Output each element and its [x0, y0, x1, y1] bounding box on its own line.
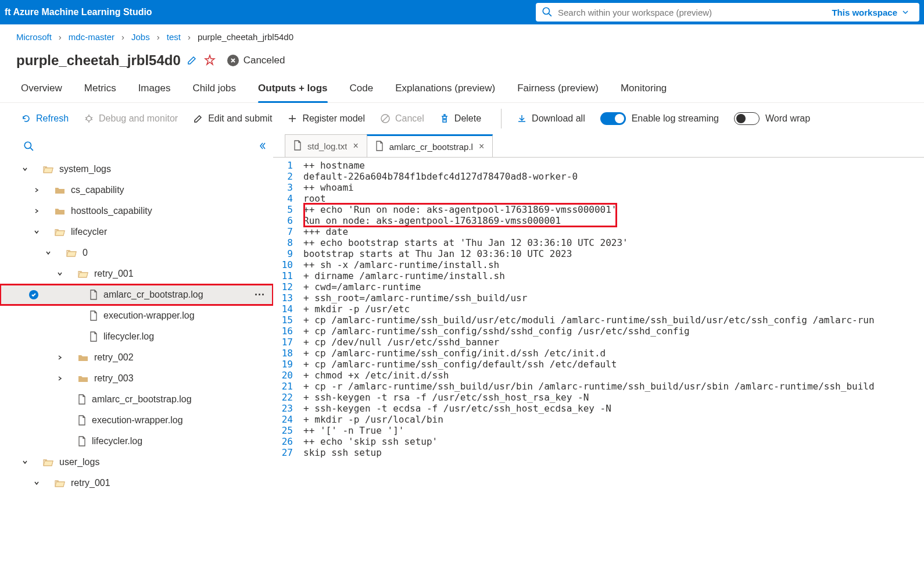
editor-tab[interactable]: std_log.txt× — [285, 134, 367, 157]
edit-submit-button[interactable]: Edit and submit — [193, 113, 272, 124]
line-number: 15 — [273, 315, 303, 326]
tab-fairness-preview-[interactable]: Fairness (preview) — [517, 79, 599, 102]
tree-folder-system-logs[interactable]: system_logs — [0, 159, 273, 180]
tree-folder-0[interactable]: 0 — [0, 242, 273, 263]
tree-item-label: amlarc_cr_bootstrap.log — [103, 290, 203, 300]
chevron-down-icon — [33, 228, 41, 235]
register-model-button[interactable]: Register model — [287, 113, 365, 124]
chevron-down-icon — [56, 270, 64, 277]
global-search[interactable]: This workspace — [536, 3, 919, 22]
tree-item-label: cs_capability — [71, 185, 124, 195]
tab-monitoring[interactable]: Monitoring — [621, 79, 667, 102]
editor-tab-label: std_log.txt — [307, 141, 347, 151]
toolbar: Refresh Debug and monitor Edit and submi… — [0, 103, 924, 134]
favorite-star-icon[interactable] — [204, 54, 216, 66]
search-input[interactable] — [558, 8, 821, 17]
search-icon — [542, 6, 552, 19]
tab-child-jobs[interactable]: Child jobs — [192, 79, 236, 102]
search-scope-dropdown[interactable]: This workspace — [827, 8, 914, 17]
tab-explanations-preview-[interactable]: Explanations (preview) — [395, 79, 495, 102]
editor-tab-label: amlarc_cr_bootstrap.l — [389, 142, 473, 152]
editor-tab[interactable]: amlarc_cr_bootstrap.l× — [367, 134, 493, 157]
edit-title-icon[interactable] — [187, 54, 198, 66]
tree-item-label: lifecycler — [71, 227, 107, 237]
tree-item-label: lifecycler.log — [92, 436, 142, 446]
tree-file-execution-wrapper[interactable]: execution-wrapper.log — [0, 305, 273, 326]
tab-outputs-logs[interactable]: Outputs + logs — [258, 79, 327, 102]
toolbar-separator — [501, 109, 502, 128]
tree-folder-user-logs[interactable]: user_logs — [0, 452, 273, 473]
line-number: 19 — [273, 359, 303, 370]
tree-folder-lifecycler[interactable]: lifecycler — [0, 221, 273, 242]
close-tab-icon[interactable]: × — [479, 141, 484, 152]
code-text: + cp -r /amlarc-runtime/ssh_build/usr/bi… — [303, 381, 924, 392]
tree-folder-retry-003[interactable]: retry_003 — [0, 368, 273, 389]
code-line: 6Run on node: aks-agentpool-17631869-vms… — [273, 215, 924, 226]
line-number: 24 — [273, 414, 303, 425]
code-text: ++ hostname — [303, 160, 924, 171]
collapse-pane-icon[interactable] — [258, 141, 267, 151]
tab-metrics[interactable]: Metrics — [84, 79, 116, 102]
chevron-down-icon — [21, 166, 29, 173]
delete-button[interactable]: Delete — [439, 113, 481, 124]
code-text: ++ sh -x /amlarc-runtime/install.sh — [303, 259, 924, 270]
word-wrap-toggle[interactable] — [734, 112, 760, 125]
tree-file-lifecycler-log-2[interactable]: lifecycler.log — [0, 431, 273, 452]
code-line: 22+ ssh-keygen -t rsa -f /usr/etc/ssh_ho… — [273, 392, 924, 403]
tab-code[interactable]: Code — [350, 79, 374, 102]
close-tab-icon[interactable]: × — [353, 141, 358, 151]
code-line: 20+ chmod +x /etc/init.d/ssh — [273, 370, 924, 381]
code-text: +++ date — [303, 226, 924, 237]
download-all-button[interactable]: Download all — [517, 113, 585, 124]
tree-search-icon[interactable] — [23, 141, 34, 151]
tab-overview[interactable]: Overview — [21, 79, 62, 102]
cancel-button: Cancel — [380, 113, 424, 124]
folder-open-icon — [66, 249, 77, 257]
file-icon — [78, 394, 86, 405]
line-number: 21 — [273, 381, 303, 392]
code-viewer[interactable]: 1++ hostname2default-226a604b784f1bdefc4… — [273, 158, 924, 458]
code-line: 8++ echo bootstrap starts at 'Thu Jan 12… — [273, 237, 924, 248]
refresh-button[interactable]: Refresh — [21, 113, 69, 124]
tree-item-label: retry_001 — [94, 269, 134, 279]
line-number: 27 — [273, 447, 303, 458]
breadcrumb-link[interactable]: mdc-master — [69, 32, 114, 42]
tab-images[interactable]: Images — [138, 79, 171, 102]
tree-folder-user-retry-001[interactable]: retry_001 — [0, 473, 273, 494]
more-menu-icon[interactable]: ··· — [255, 289, 265, 301]
tree-item-label: execution-wrapper.log — [92, 415, 183, 426]
folder-open-icon — [55, 228, 65, 236]
svg-point-2 — [87, 116, 91, 121]
tree-folder-hosttools-capability[interactable]: hosttools_capability — [0, 201, 273, 221]
tree-file-execution-wrapper-2[interactable]: execution-wrapper.log — [0, 410, 273, 431]
tree-item-label: retry_002 — [94, 352, 134, 363]
code-line: 23+ ssh-keygen -t ecdsa -f /usr/etc/ssh_… — [273, 403, 924, 414]
tree-file-amlarc-bootstrap[interactable]: amlarc_cr_bootstrap.log··· — [0, 284, 273, 305]
svg-line-8 — [91, 119, 92, 120]
tree-item-label: user_logs — [59, 457, 99, 467]
code-text: root — [303, 193, 924, 204]
code-line: 7+++ date — [273, 226, 924, 237]
line-number: 10 — [273, 259, 303, 270]
tree-folder-retry-002[interactable]: retry_002 — [0, 347, 273, 368]
tree-folder-retry-001[interactable]: retry_001 — [0, 263, 273, 284]
breadcrumb-link[interactable]: Jobs — [131, 32, 150, 42]
code-text: + ssh-keygen -t ecdsa -f /usr/etc/ssh_ho… — [303, 403, 924, 414]
chevron-right-icon — [33, 208, 41, 215]
code-line: 9bootstrap starts at Thu Jan 12 03:36:10… — [273, 248, 924, 259]
breadcrumb-current: purple_cheetah_jrbl54d0 — [198, 32, 293, 42]
code-line: 3++ whoami — [273, 182, 924, 193]
log-streaming-toggle[interactable] — [600, 112, 626, 125]
folder-closed-icon — [55, 207, 65, 215]
code-text: ++ echo 'Run on node: aks-agentpool-1763… — [303, 204, 924, 215]
line-number: 7 — [273, 226, 303, 237]
chevron-down-icon — [902, 9, 909, 16]
chevron-right-icon — [33, 187, 41, 194]
tree-folder-cs-capability[interactable]: cs_capability — [0, 180, 273, 201]
folder-closed-icon — [55, 186, 65, 194]
tree-file-lifecycler-log[interactable]: lifecycler.log — [0, 326, 273, 347]
line-number: 9 — [273, 248, 303, 259]
breadcrumb-link[interactable]: test — [167, 32, 181, 42]
tree-file-amlarc-bootstrap-2[interactable]: amlarc_cr_bootstrap.log — [0, 389, 273, 410]
breadcrumb-link[interactable]: Microsoft — [16, 32, 52, 42]
